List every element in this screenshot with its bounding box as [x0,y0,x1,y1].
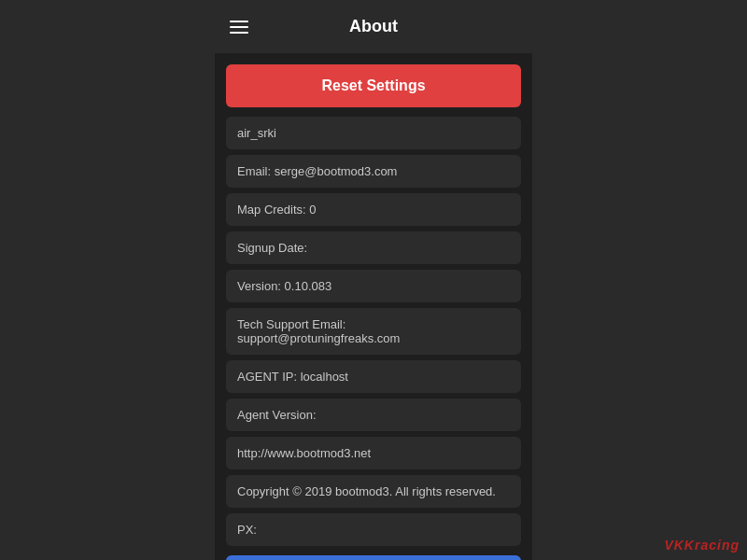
info-row-website: http://www.bootmod3.net [226,437,521,469]
info-row-px: PX: [226,513,521,546]
info-row-agent-version: Agent Version: [226,399,521,431]
phone-panel: About Reset Settings air_srki Email: ser… [215,0,532,560]
info-row-version: Version: 0.10.083 [226,270,521,302]
reset-settings-button[interactable]: Reset Settings [226,64,521,107]
info-row-username: air_srki [226,117,521,149]
watermark: VKKracing [664,538,740,553]
info-row-email: Email: serge@bootmod3.com [226,155,521,188]
info-row-map-credits: Map Credits: 0 [226,193,521,226]
outer-container: About Reset Settings air_srki Email: ser… [0,0,747,560]
page-title: About [349,17,398,36]
content-area: Reset Settings air_srki Email: serge@boo… [215,53,532,560]
info-row-copyright: Copyright © 2019 bootmod3. All rights re… [226,475,521,508]
header: About [215,0,532,53]
info-row-agent-ip: AGENT IP: localhost [226,360,521,393]
update-contact-email-button[interactable]: Update Contact Email [226,555,521,560]
info-row-tech-support-email: Tech Support Email: support@protuningfre… [226,308,521,355]
info-row-signup-date: Signup Date: [226,231,521,264]
menu-icon[interactable] [230,21,248,34]
